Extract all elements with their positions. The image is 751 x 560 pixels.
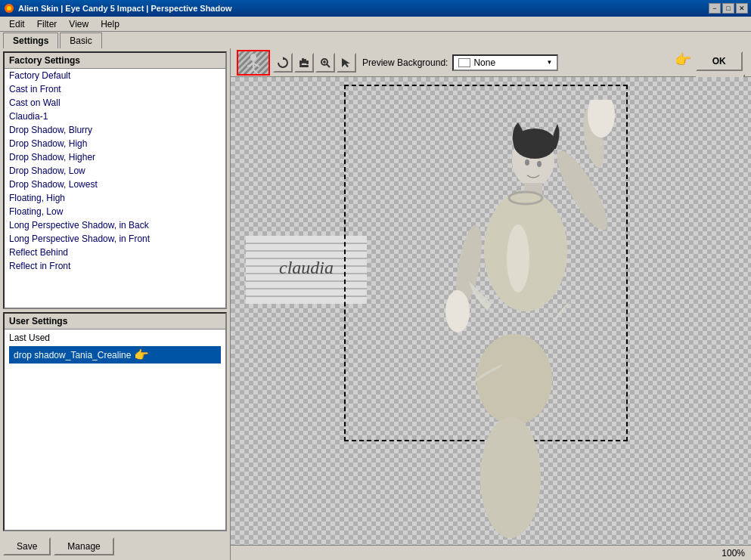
user-settings-header: User Settings xyxy=(5,314,225,330)
list-item[interactable]: Drop Shadow, Lowest xyxy=(5,178,225,191)
list-item[interactable]: Claudia-1 xyxy=(5,110,225,123)
list-item[interactable]: Drop Shadow, High xyxy=(5,137,225,150)
list-item[interactable]: Floating, Low xyxy=(5,205,225,218)
user-settings-section: User Settings Last Used drop shadow_Tani… xyxy=(3,312,227,531)
bottom-buttons: Save Manage xyxy=(3,534,227,557)
list-item[interactable]: Reflect in Front xyxy=(5,259,225,273)
menu-bar: Edit Filter View Help xyxy=(0,17,751,32)
top-toolbar: Preview Background: None ▼ 👉 OK Cancel xyxy=(231,48,751,77)
toolbar-inner: Preview Background: None ▼ xyxy=(237,50,745,76)
tabs-bar: Settings Basic xyxy=(0,32,751,48)
tab-settings[interactable]: Settings xyxy=(3,32,58,48)
list-item[interactable]: Long Perspective Shadow, in Back xyxy=(5,218,225,232)
minimize-button[interactable]: − xyxy=(709,3,721,14)
thumbnail-image xyxy=(238,51,268,74)
svg-text:claudia: claudia xyxy=(279,258,334,277)
factory-settings-header: Factory Settings xyxy=(5,53,225,69)
zoom-level: 100% xyxy=(722,548,745,558)
list-item[interactable]: Long Perspective Shadow, in Front xyxy=(5,232,225,246)
dropdown-arrow-icon: ▼ xyxy=(546,59,552,66)
preview-bg-label: Preview Background: xyxy=(362,57,448,68)
svg-rect-10 xyxy=(302,58,304,63)
preview-bg-dropdown[interactable]: None ▼ xyxy=(452,54,558,71)
toolbar-tools xyxy=(273,53,356,73)
list-item[interactable]: Drop Shadow, Low xyxy=(5,164,225,178)
app-icon xyxy=(3,2,15,14)
thumbnail-preview[interactable] xyxy=(237,50,270,76)
manage-button[interactable]: Manage xyxy=(54,537,113,555)
svg-marker-19 xyxy=(342,58,350,67)
svg-point-1 xyxy=(7,6,11,11)
list-item[interactable]: Drop Shadow, Higher xyxy=(5,150,225,164)
hand-pointer-icon: 👉 xyxy=(134,348,149,362)
rotate-tool-button[interactable] xyxy=(273,53,293,73)
list-item[interactable]: Factory Default xyxy=(5,69,225,82)
left-panel: Factory Settings Factory Default Cast in… xyxy=(0,48,231,560)
list-item[interactable]: Cast in Front xyxy=(5,82,225,96)
svg-line-8 xyxy=(253,70,258,74)
last-used-label: Last Used xyxy=(9,333,221,343)
ok-hand-icon: 👉 xyxy=(675,51,691,68)
svg-line-16 xyxy=(327,64,330,67)
svg-line-5 xyxy=(247,63,253,67)
svg-point-40 xyxy=(537,161,542,167)
list-item[interactable]: Reflect Behind xyxy=(5,246,225,259)
menu-view[interactable]: View xyxy=(63,17,95,31)
list-item[interactable]: Cast on Wall xyxy=(5,96,225,110)
selected-item-text: drop shadow_Tania_Crealine xyxy=(14,350,131,360)
svg-line-6 xyxy=(253,63,259,67)
menu-filter[interactable]: Filter xyxy=(31,17,64,31)
svg-rect-13 xyxy=(306,60,309,64)
svg-rect-14 xyxy=(299,65,309,67)
preview-bg-swatch xyxy=(458,58,470,67)
factory-settings-list[interactable]: Factory Default Cast in Front Cast on Wa… xyxy=(5,69,225,308)
preview-bg-value: None xyxy=(473,57,546,68)
pan-tool-button[interactable] xyxy=(294,53,314,73)
title-bar: Alien Skin | Eye Candy 5 Impact | Perspe… xyxy=(0,0,751,17)
window-controls: − □ ✕ xyxy=(709,3,748,14)
user-settings-content: Last Used drop shadow_Tania_Crealine 👉 xyxy=(5,330,225,530)
menu-help[interactable]: Help xyxy=(95,17,126,31)
ok-button[interactable]: OK xyxy=(696,51,743,71)
svg-point-3 xyxy=(250,54,256,61)
window-title: Alien Skin | Eye Candy 5 Impact | Perspe… xyxy=(18,4,709,13)
list-item[interactable]: Drop Shadow, Blurry xyxy=(5,123,225,137)
svg-point-41 xyxy=(525,159,529,166)
dancer-image xyxy=(352,100,639,545)
menu-edit[interactable]: Edit xyxy=(3,17,31,31)
list-item[interactable]: Floating, High xyxy=(5,191,225,205)
status-bar: 100% xyxy=(231,545,751,560)
tab-basic[interactable]: Basic xyxy=(60,32,101,48)
svg-point-33 xyxy=(476,334,552,425)
svg-point-39 xyxy=(480,417,541,538)
maximize-button[interactable]: □ xyxy=(722,3,734,14)
main-content: Factory Settings Factory Default Cast in… xyxy=(0,48,751,560)
right-panel: Preview Background: None ▼ 👉 OK Cancel xyxy=(231,48,751,560)
preview-bg-section: Preview Background: None ▼ xyxy=(362,54,558,71)
save-button[interactable]: Save xyxy=(3,537,51,555)
factory-settings-section: Factory Settings Factory Default Cast in… xyxy=(3,51,227,309)
svg-point-38 xyxy=(445,290,470,333)
pointer-tool-button[interactable] xyxy=(337,53,356,73)
claudia-logo-area: claudia xyxy=(246,236,367,304)
zoom-tool-button[interactable] xyxy=(315,53,335,73)
preview-area[interactable]: claudia xyxy=(231,77,751,545)
svg-line-7 xyxy=(249,70,253,74)
svg-point-44 xyxy=(507,224,529,292)
selected-user-setting[interactable]: drop shadow_Tania_Crealine 👉 xyxy=(9,346,221,364)
svg-rect-11 xyxy=(304,59,306,63)
svg-rect-12 xyxy=(299,60,302,65)
close-button[interactable]: ✕ xyxy=(736,3,748,14)
